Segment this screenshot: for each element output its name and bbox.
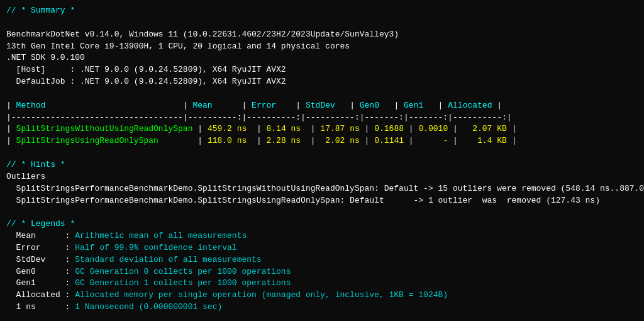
hint1: SplitStringsPerformanceBenchmarkDemo.Spl… xyxy=(6,184,644,193)
header-line1: BenchmarkDotNet v0.14.0, Windows 11 (10.… xyxy=(6,30,399,39)
hints-comment: // * Hints * xyxy=(6,160,65,169)
terminal-window: // * Summary * BenchmarkDotNet v0.14.0, … xyxy=(6,5,638,321)
header-line3: .NET SDK 9.0.100 xyxy=(6,53,85,62)
legend-error: Error : Half of 99.9% confidence interva… xyxy=(6,243,237,252)
table-row2: | SplitStringsUsingReadOnlySpan | 118.0 … xyxy=(6,136,516,145)
header-line5: DefaultJob : .NET 9.0.0 (9.0.24.52809), … xyxy=(6,77,286,86)
header-line2: 13th Gen Intel Core i9-13900H, 1 CPU, 20… xyxy=(6,42,350,51)
hints-header: Outliers xyxy=(6,172,45,181)
legend-gen0: Gen0 : GC Generation 0 collects per 1000… xyxy=(6,267,291,276)
legend-mean: Mean : Arithmetic mean of all measuremen… xyxy=(6,231,247,240)
legends-comment: // * Legends * xyxy=(6,219,75,228)
table-row1: | SplitStringsWithoutUsingReadOnlySpan |… xyxy=(6,124,516,133)
table-divider: |-----------------------------------|---… xyxy=(6,113,512,122)
header-line4: [Host] : .NET 9.0.0 (9.0.24.52809), X64 … xyxy=(6,65,286,74)
hint2: SplitStringsPerformanceBenchmarkDemo.Spl… xyxy=(6,196,600,205)
legend-allocated: Allocated : Allocated memory per single … xyxy=(6,290,448,300)
table-separator: | Method | Mean | Error | StdDev | Gen0 … xyxy=(6,101,502,110)
legend-ns: 1 ns : 1 Nanosecond (0.000000001 sec) xyxy=(6,302,222,312)
legend-stddev: StdDev : Standard deviation of all measu… xyxy=(6,255,262,264)
legend-gen1: Gen1 : GC Generation 1 collects per 1000… xyxy=(6,278,291,288)
summary-comment: // * Summary * xyxy=(6,6,75,15)
